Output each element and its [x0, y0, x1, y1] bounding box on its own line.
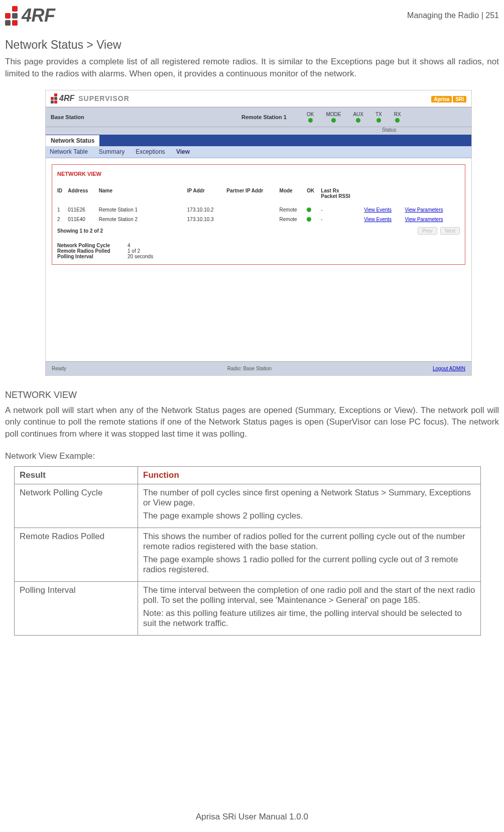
sv-panel-title: NETWORK VIEW [57, 171, 460, 177]
func-p: The number of poll cycles since first op… [143, 488, 475, 508]
cell-ip: 173.10.10.3 [187, 215, 227, 224]
cell-pip [226, 205, 279, 215]
cell-function: This shows the number of radios polled f… [138, 528, 481, 581]
led-rx-icon [395, 118, 400, 123]
sv-polling-stats: Network Polling Cycle4 Remote Radios Pol… [57, 243, 460, 259]
link-view-events[interactable]: View Events [364, 207, 392, 213]
logo-text: 4RF [22, 5, 55, 26]
stat-npc-value: 4 [128, 243, 131, 248]
col-rssi: Last Rx Packet RSSI [321, 186, 364, 205]
col-partner-ip: Partner IP Addr [226, 186, 279, 205]
cell-mode: Remote [280, 215, 307, 224]
sv-showing-text: Showing 1 to 2 of 2 [57, 228, 103, 234]
th-function: Function [138, 466, 481, 484]
subtab-exceptions[interactable]: Exceptions [136, 148, 165, 155]
th-result: Result [15, 466, 138, 484]
stat-npc-label: Network Polling Cycle [57, 243, 122, 248]
stat-rrp-label: Remote Radios Polled [57, 248, 122, 254]
tab-network-status[interactable]: Network Status [46, 135, 99, 146]
table-row: Remote Radios Polled This shows the numb… [15, 528, 481, 581]
col-id: ID [57, 186, 68, 205]
logout-link[interactable]: Logout ADMIN [433, 366, 465, 371]
sv-logo-text: 4RF [59, 94, 74, 103]
table-row: Polling Interval The time interval betwe… [15, 581, 481, 635]
cell-function: The number of poll cycles since first op… [138, 484, 481, 528]
subtab-network-table[interactable]: Network Table [50, 148, 88, 155]
table-row: Network Polling Cycle The number of poll… [15, 484, 481, 528]
page-header: 4RF Managing the Radio | 251 [5, 5, 499, 26]
sv-status-sublabel: Status [46, 127, 471, 135]
col-mode: Mode [280, 186, 307, 205]
led-mode-icon [331, 118, 336, 123]
led-ok-label: OK [307, 112, 314, 117]
section-title: Network Status > View [5, 38, 499, 52]
page-footer: Aprisa SRi User Manual 1.0.0 [0, 812, 504, 822]
cell-addr: 011E26 [68, 205, 98, 215]
ok-led-icon [307, 207, 311, 212]
sv-network-table: ID Address Name IP Addr Partner IP Addr … [57, 186, 460, 224]
sv-base-station: Base Station [51, 114, 241, 120]
sv-supervisor-label: SUPERVISOR [78, 94, 130, 102]
led-aux-label: AUX [353, 112, 363, 117]
link-view-parameters[interactable]: View Parameters [405, 207, 443, 213]
stat-pi-value: 20 seconds [128, 254, 153, 259]
cell-result: Network Polling Cycle [15, 484, 138, 528]
cell-result: Remote Radios Polled [15, 528, 138, 581]
cell-ip: 173.10.10.2 [187, 205, 227, 215]
func-p: This shows the number of radios polled f… [143, 532, 475, 552]
cell-rssi: - [321, 205, 364, 215]
cell-function: The time interval between the completion… [138, 581, 481, 635]
table-row: 1 011E26 Remote Station 1 173.10.10.2 Re… [57, 205, 460, 215]
func-p: The page example shows 1 radio polled fo… [143, 555, 475, 575]
subtab-view[interactable]: View [176, 148, 190, 155]
ok-led-icon [307, 217, 311, 222]
header-breadcrumb: Managing the Radio | 251 [407, 11, 499, 20]
sv-status-ready: Ready [52, 366, 66, 371]
led-tx-icon [376, 118, 381, 123]
link-view-parameters[interactable]: View Parameters [405, 217, 443, 222]
stat-pi-label: Polling Interval [57, 254, 122, 259]
sv-status-leds: OK MODE AUX TX RX [307, 112, 401, 123]
cell-rssi: - [321, 215, 364, 224]
example-title: Network View Example: [5, 451, 499, 461]
sv-brand-text: Aprisa [431, 96, 452, 102]
col-address: Address [68, 186, 98, 205]
cell-mode: Remote [280, 205, 307, 215]
sv-remote-station: Remote Station 1 [241, 114, 307, 120]
sv-brand-badge: SRi [453, 96, 466, 102]
logo-4rf: 4RF [5, 5, 55, 26]
section-intro: This page provides a complete list of al… [5, 56, 499, 80]
func-p: The time interval between the completion… [143, 585, 475, 605]
led-aux-icon [356, 118, 360, 123]
definition-table: Result Function Network Polling Cycle Th… [14, 466, 481, 636]
cell-addr: 011E40 [68, 215, 98, 224]
led-ok-icon [308, 118, 313, 123]
col-ip: IP Addr [187, 186, 227, 205]
cell-result: Polling Interval [15, 581, 138, 635]
network-view-heading: NETWORK VIEW [5, 390, 499, 400]
cell-name: Remote Station 2 [99, 215, 187, 224]
table-row: 2 011E40 Remote Station 2 173.10.10.3 Re… [57, 215, 460, 224]
subtab-summary[interactable]: Summary [99, 148, 124, 155]
func-p: The page example shows 2 polling cycles. [143, 511, 475, 521]
cell-id: 1 [57, 205, 68, 215]
supervisor-screenshot: 4RF SUPERVISOR AprisaSRi Base Station Re… [45, 90, 472, 376]
prev-button[interactable]: Prev [418, 227, 437, 235]
func-p: Note: as this polling feature utilizes a… [143, 608, 475, 629]
col-name: Name [99, 186, 187, 205]
cell-id: 2 [57, 215, 68, 224]
link-view-events[interactable]: View Events [364, 217, 392, 222]
col-ok: OK [307, 186, 321, 205]
network-view-paragraph: A network poll will start when any of th… [5, 404, 499, 440]
led-rx-label: RX [394, 112, 401, 117]
stat-rrp-value: 1 of 2 [128, 248, 140, 254]
cell-pip [226, 215, 279, 224]
sv-status-radio: Radio: Base Station [227, 366, 272, 371]
led-mode-label: MODE [326, 112, 341, 117]
sv-brand: AprisaSRi [430, 94, 466, 102]
sv-logo-dots-icon [51, 93, 57, 103]
cell-name: Remote Station 1 [99, 205, 187, 215]
next-button[interactable]: Next [440, 227, 460, 235]
led-tx-label: TX [375, 112, 382, 117]
logo-dots-icon [5, 6, 18, 26]
